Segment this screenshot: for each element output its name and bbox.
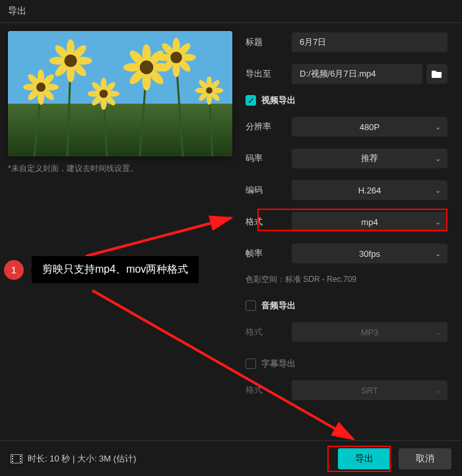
chevron-down-icon: ⌄ xyxy=(435,386,441,395)
subtitle-export-section-title: 字幕导出 xyxy=(261,358,296,370)
film-icon xyxy=(11,454,22,463)
fps-label: 帧率 xyxy=(246,248,292,259)
chevron-down-icon: ⌄ xyxy=(435,186,441,195)
export-button[interactable]: 导出 xyxy=(338,448,391,469)
audio-format-label: 格式 xyxy=(246,326,292,338)
resolution-dropdown[interactable]: 480P⌄ xyxy=(292,117,447,137)
check-icon: ✓ xyxy=(248,96,255,106)
chevron-down-icon: ⌄ xyxy=(435,123,441,131)
svg-point-35 xyxy=(100,90,108,98)
bitrate-dropdown[interactable]: 推荐⌄ xyxy=(292,149,447,168)
video-format-label: 格式 xyxy=(246,216,292,228)
resolution-label: 分辨率 xyxy=(246,121,292,133)
export-path-input[interactable]: D:/视频/6月7日.mp4 xyxy=(292,64,422,84)
window-title: 导出 xyxy=(0,0,462,23)
audio-format-dropdown: MP3⌄ xyxy=(292,322,447,342)
audio-export-checkbox[interactable] xyxy=(246,300,256,311)
svg-point-17 xyxy=(36,83,46,92)
svg-point-62 xyxy=(206,87,213,94)
audio-export-section-title: 音频导出 xyxy=(261,300,296,312)
chevron-down-icon: ⌄ xyxy=(435,154,441,163)
annotation-text: 剪映只支持mp4、mov两种格式 xyxy=(32,256,199,283)
annotation-callout: 1 剪映只支持mp4、mov两种格式 xyxy=(4,256,199,283)
footer-info: 时长: 10 秒 | 大小: 3M (估计) xyxy=(28,453,338,465)
browse-folder-button[interactable] xyxy=(426,64,447,84)
video-export-section-title: 视频导出 xyxy=(261,94,296,106)
export-path-label: 导出至 xyxy=(246,68,292,80)
bitrate-label: 码率 xyxy=(246,153,292,164)
svg-point-53 xyxy=(170,51,182,63)
subtitle-format-dropdown: SRT⌄ xyxy=(292,380,447,400)
svg-point-44 xyxy=(140,61,154,75)
svg-rect-65 xyxy=(12,458,13,459)
title-label: 标题 xyxy=(246,36,292,48)
color-space-info: 色彩空间：标准 SDR - Rec.709 xyxy=(246,274,447,285)
cover-hint: *未自定义封面，建议去时间线设置。 xyxy=(8,163,231,174)
chevron-down-icon: ⌄ xyxy=(435,250,441,258)
fps-dropdown[interactable]: 30fps⌄ xyxy=(292,244,447,263)
svg-rect-1 xyxy=(8,104,232,156)
footer: 时长: 10 秒 | 大小: 3M (估计) 导出 取消 xyxy=(0,440,462,476)
video-format-dropdown[interactable]: mp4⌄ xyxy=(292,212,447,232)
svg-rect-67 xyxy=(20,456,21,457)
subtitle-export-checkbox[interactable] xyxy=(246,358,256,369)
subtitle-format-label: 格式 xyxy=(246,384,292,396)
cancel-button[interactable]: 取消 xyxy=(399,448,451,469)
chevron-down-icon: ⌄ xyxy=(435,328,441,337)
video-export-checkbox[interactable]: ✓ xyxy=(246,95,256,106)
title-input[interactable]: 6月7日 xyxy=(292,32,447,52)
svg-rect-66 xyxy=(12,461,13,462)
codec-dropdown[interactable]: H.264⌄ xyxy=(292,180,447,200)
chevron-down-icon: ⌄ xyxy=(435,218,441,226)
svg-rect-69 xyxy=(20,461,21,462)
svg-rect-68 xyxy=(20,458,21,459)
svg-point-26 xyxy=(64,54,77,67)
codec-label: 编码 xyxy=(246,184,292,196)
folder-icon xyxy=(432,69,442,79)
cover-preview[interactable] xyxy=(8,31,232,156)
svg-rect-64 xyxy=(12,456,13,457)
annotation-number: 1 xyxy=(4,260,24,280)
